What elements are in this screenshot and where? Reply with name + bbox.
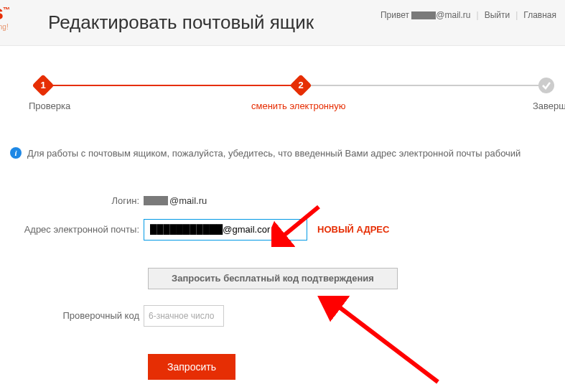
form-area: Логин: @mail.ru Адрес электронной почты:…	[0, 195, 565, 380]
info-message: i Для работы с почтовым ящиком, пожалуйс…	[10, 146, 555, 161]
email-label: Адрес электронной почты:	[0, 224, 144, 235]
greeting-text: Привет @mail.ru	[380, 10, 471, 20]
step-2-marker: 2	[289, 74, 312, 96]
code-row: Проверочный код	[0, 305, 565, 327]
info-text: Для работы с почтовым ящиком, пожалуйста…	[27, 146, 520, 161]
redacted-username	[411, 11, 436, 19]
verification-code-field[interactable]	[144, 305, 224, 327]
login-label: Логин:	[0, 195, 144, 206]
info-icon: i	[10, 147, 22, 159]
logo-tagline: etter Living!	[0, 23, 9, 31]
new-address-annotation: НОВЫЙ АДРЕС	[317, 224, 389, 235]
separator: |	[477, 10, 479, 20]
step-line-inactive	[304, 85, 546, 86]
logout-link[interactable]: Выйти	[485, 10, 510, 20]
submit-button[interactable]: Запросить	[148, 354, 235, 380]
page-title: Редактировать почтовый ящик	[48, 11, 314, 34]
step-2-label: сменить электронную	[251, 101, 345, 111]
step-line-active	[50, 85, 299, 86]
redacted-login	[144, 196, 168, 205]
login-value: @mail.ru	[144, 195, 207, 206]
separator: |	[515, 10, 518, 20]
header-user-links: Привет @mail.ru | Выйти | Главная	[380, 10, 556, 20]
login-row: Логин: @mail.ru	[0, 195, 565, 206]
checkmark-icon	[541, 80, 551, 90]
step-1-label: Проверка	[29, 101, 70, 111]
page-header: ess™ etter Living! Редактировать почтовы…	[0, 0, 565, 46]
step-1-marker: 1	[32, 74, 54, 96]
code-label: Проверочный код	[0, 310, 144, 321]
request-code-button[interactable]: Запросить бесплатный код подтверждения	[148, 268, 398, 289]
stepper: 1 Проверка 2 сменить электронную Заверши…	[14, 78, 551, 121]
logo-fragment: ess™	[0, 1, 9, 24]
email-row: Адрес электронной почты: НОВЫЙ АДРЕС	[0, 219, 565, 241]
email-field[interactable]	[144, 219, 307, 241]
step-3-label: Завершить	[533, 101, 565, 111]
step-3-marker	[538, 78, 554, 93]
home-link[interactable]: Главная	[523, 10, 556, 20]
